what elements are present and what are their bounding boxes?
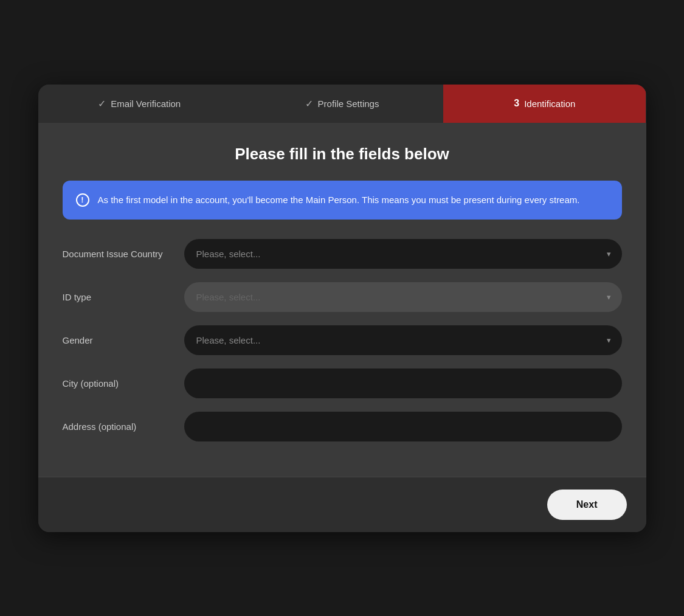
form-row-id-type: ID type Please, select... ▾ <box>63 282 622 312</box>
select-wrapper-document-country: Please, select... ▾ <box>184 239 622 269</box>
select-wrapper-gender: Please, select... Male Female Other ▾ <box>184 325 622 355</box>
control-gender: Please, select... Male Female Other ▾ <box>184 325 622 355</box>
form-row-address: Address (optional) <box>63 412 622 441</box>
info-box: ! As the first model in the account, you… <box>63 181 622 220</box>
form-row-city: City (optional) <box>63 369 622 398</box>
control-id-type: Please, select... ▾ <box>184 282 622 312</box>
form-row-document-country: Document Issue Country Please, select...… <box>63 239 622 269</box>
document-country-select[interactable]: Please, select... <box>184 239 622 269</box>
tab-label-profile: Profile Settings <box>318 99 379 109</box>
step-tabs: ✓ Email Verification ✓ Profile Settings … <box>38 85 646 123</box>
control-document-country: Please, select... ▾ <box>184 239 622 269</box>
form-row-gender: Gender Please, select... Male Female Oth… <box>63 325 622 355</box>
address-input[interactable] <box>184 412 622 441</box>
select-wrapper-id-type: Please, select... ▾ <box>184 282 622 312</box>
label-address: Address (optional) <box>63 421 184 432</box>
next-button[interactable]: Next <box>547 490 627 520</box>
tab-profile-settings[interactable]: ✓ Profile Settings <box>241 85 443 123</box>
tab-label-email: Email Verification <box>111 99 181 109</box>
tab-email-verification[interactable]: ✓ Email Verification <box>38 85 241 123</box>
gender-select[interactable]: Please, select... Male Female Other <box>184 325 622 355</box>
step-number-identification: 3 <box>514 98 519 109</box>
info-text: As the first model in the account, you'l… <box>98 193 580 207</box>
city-input[interactable] <box>184 369 622 398</box>
page-title: Please fill in the fields below <box>63 145 622 164</box>
label-id-type: ID type <box>63 292 184 302</box>
label-city: City (optional) <box>63 378 184 389</box>
control-address <box>184 412 622 441</box>
control-city <box>184 369 622 398</box>
check-icon-email: ✓ <box>98 98 106 109</box>
id-type-select[interactable]: Please, select... <box>184 282 622 312</box>
check-icon-profile: ✓ <box>305 98 313 109</box>
tab-identification[interactable]: 3 Identification <box>443 85 646 123</box>
info-icon: ! <box>76 193 89 207</box>
label-gender: Gender <box>63 335 184 345</box>
tab-label-identification: Identification <box>524 99 575 109</box>
footer: Next <box>38 477 646 532</box>
main-container: ✓ Email Verification ✓ Profile Settings … <box>38 85 646 532</box>
label-document-country: Document Issue Country <box>63 249 184 259</box>
form-content: Please fill in the fields below ! As the… <box>38 123 646 477</box>
